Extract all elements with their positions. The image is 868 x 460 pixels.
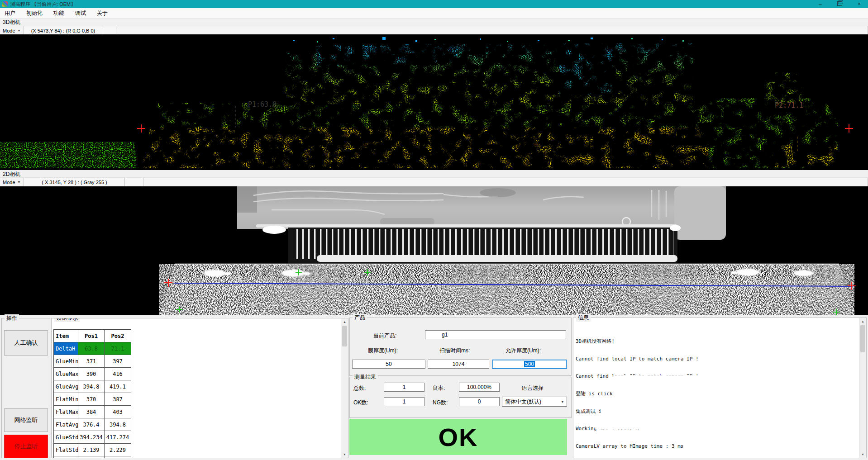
minimize-button[interactable]: – — [819, 1, 822, 7]
camera-2d-toolbar: Mode ▼ ( X 3145, Y 28 ) : ( Gray 255 ) — [0, 177, 868, 187]
pixel-readout-2d: ( X 3145, Y 28 ) : ( Gray 255 ) — [24, 178, 125, 186]
film-thickness-field[interactable]: 50 — [352, 360, 425, 369]
table-row[interactable]: GlueMin 371 397 — [54, 355, 131, 368]
p2-annotation: P2:71.1 — [775, 101, 803, 109]
table-header-row: Item Pos1 Pos2 — [54, 330, 131, 342]
table-row[interactable]: GlueMax 390 416 — [54, 368, 131, 380]
allowed-thickness-label: 允许厚度(Um): — [506, 347, 541, 355]
col-header-pos1: Pos1 — [78, 330, 105, 342]
result-status-box: OK — [349, 419, 567, 455]
ng-count-field[interactable]: 0 — [459, 397, 500, 406]
data-table: Item Pos1 Pos2 DeltaH 63.8 71.1 GlueMin … — [53, 329, 131, 458]
allowed-thickness-field[interactable]: 500 — [492, 360, 567, 369]
info-log[interactable]: 3D相机没有网络! Cannot find local IP to match … — [576, 327, 858, 456]
info-group-label: 信息 — [576, 314, 591, 322]
bright-strip — [317, 255, 677, 262]
table-row[interactable]: FlatAvg 376.4 394.8 — [54, 418, 131, 431]
restore-icon — [837, 1, 842, 6]
language-label: 语言选择 — [522, 384, 544, 392]
mode-2d-label: Mode — [3, 180, 15, 185]
mode-3d-label: Mode — [3, 28, 15, 33]
redaction-smudge — [609, 375, 704, 391]
data-table-scrollbar[interactable]: ▲ ▼ — [341, 318, 348, 458]
col-header-item: Item — [54, 330, 78, 342]
restore-button[interactable] — [837, 1, 842, 7]
language-select-value: 简体中文(默认) — [505, 398, 541, 406]
table-row-deltah[interactable]: DeltaH 63.8 71.1 — [54, 342, 131, 355]
chevron-down-icon: ▼ — [18, 29, 21, 32]
camera-3d-toolbar: Mode ▼ (X 5473,Y 84) : (R 0,G 0,B 0) — [0, 26, 868, 35]
status-cell-rest — [143, 178, 868, 186]
status-cell-empty — [102, 26, 116, 35]
yield-label: 良率: — [433, 384, 445, 392]
chevron-down-icon: ▼ — [561, 400, 567, 404]
window-title: 测高程序 【当前用户: OEM】 — [10, 1, 76, 8]
table-row[interactable]: FlatStd 2.139 2.229 — [54, 444, 131, 456]
yield-field[interactable]: 100.000% — [459, 383, 500, 392]
ok-count-label: OK数: — [353, 399, 368, 407]
film-thickness-label: 膜厚度(Um): — [368, 347, 398, 355]
table-row[interactable]: GlueAvg 394.8 419.1 — [54, 380, 131, 393]
scroll-down-icon[interactable]: ▼ — [341, 451, 348, 458]
scroll-up-icon[interactable]: ▲ — [859, 318, 866, 325]
current-product-field[interactable]: g1 — [425, 330, 566, 339]
title-bar: 测高程序 【当前用户: OEM】 – × — [0, 0, 868, 8]
result-status-text: OK — [439, 422, 478, 452]
menu-init[interactable]: 初始化 — [21, 9, 48, 18]
mode-3d-dropdown[interactable]: Mode ▼ — [0, 26, 24, 35]
scrollbar-thumb[interactable] — [860, 325, 865, 352]
col-header-pos2: Pos2 — [105, 330, 131, 342]
redaction-smudge — [594, 423, 644, 430]
scrollbar-thumb[interactable] — [342, 326, 347, 346]
network-listen-button[interactable]: 网络监听 — [4, 408, 48, 432]
table-row[interactable]: GlueStd 394.234 417.274 — [54, 431, 131, 444]
camera-2d-image[interactable] — [0, 186, 868, 315]
stop-listen-button[interactable]: 停止监听 — [4, 435, 48, 458]
camera-3d-image[interactable]: P1:63.8 P2:71.1 — [0, 34, 868, 170]
language-select[interactable]: 简体中文(默认) ▼ — [502, 397, 567, 407]
menu-debug[interactable]: 调试 — [70, 9, 91, 18]
bottom-panel: 操作 人工确认 网络监听 停止监听 数据显示 Item Pos1 Pos2 De… — [0, 315, 868, 460]
product-group-label: 产品 — [353, 314, 367, 322]
total-label: 总数: — [353, 384, 366, 392]
menu-about[interactable]: 关于 — [91, 9, 113, 18]
scan-time-field[interactable]: 1074 — [428, 360, 489, 369]
table-row[interactable]: FlatMax 384 403 — [54, 406, 131, 418]
ng-count-label: NG数: — [433, 399, 448, 407]
app-window: 测高程序 【当前用户: OEM】 – × 用户 初始化 功能 调试 关于 3D相… — [0, 0, 868, 460]
product-group: 产品 当前产品: g1 膜厚度(Um): 扫描时间ms: 允许厚度(Um): 5… — [349, 318, 572, 376]
menu-function[interactable]: 功能 — [48, 9, 70, 18]
current-product-label: 当前产品: — [373, 332, 396, 340]
info-log-scrollbar[interactable]: ▲ ▼ — [859, 318, 866, 458]
mode-2d-dropdown[interactable]: Mode ▼ — [0, 178, 24, 186]
table-row[interactable]: X 2583.5 7966.7 — [54, 456, 131, 458]
scan-time-label: 扫描时间ms: — [439, 347, 470, 355]
chevron-down-icon: ▼ — [18, 180, 21, 184]
menu-user[interactable]: 用户 — [4, 9, 21, 18]
status-cell-rest — [116, 26, 868, 35]
app-icon — [2, 1, 8, 7]
operation-group-label: 操作 — [5, 314, 19, 322]
current-product-value: g1 — [425, 332, 448, 338]
status-cell-empty — [125, 178, 143, 186]
table-row[interactable]: FlatMin 370 387 — [54, 393, 131, 406]
p1-annotation: P1:63.8 — [248, 100, 277, 109]
close-button[interactable]: × — [858, 1, 861, 7]
total-field[interactable]: 1 — [384, 383, 424, 392]
pixel-readout-3d: (X 5473,Y 84) : (R 0,G 0,B 0) — [24, 26, 102, 35]
redaction-smudge — [601, 407, 732, 422]
results-group-label: 测量结果 — [353, 373, 378, 381]
operation-group: 操作 人工确认 网络监听 停止监听 — [1, 318, 50, 458]
scroll-down-icon[interactable]: ▼ — [859, 451, 866, 458]
info-group: 信息 3D相机没有网络! Cannot find local IP to mat… — [573, 318, 867, 458]
data-display-label: 数据显示 — [54, 318, 80, 322]
scroll-up-icon[interactable]: ▲ — [341, 318, 348, 325]
menu-bar: 用户 初始化 功能 调试 关于 — [0, 8, 868, 19]
ok-count-field[interactable]: 1 — [384, 397, 424, 406]
camera-3d-label: 3D相机 — [3, 19, 20, 26]
data-display-group: 数据显示 Item Pos1 Pos2 DeltaH 63.8 71.1 Glu… — [51, 318, 348, 458]
manual-confirm-button[interactable]: 人工确认 — [4, 330, 48, 356]
results-group: 测量结果 总数: 1 良率: 100.000% 语言选择 OK数: 1 NG数:… — [349, 377, 572, 418]
selected-text: 500 — [524, 361, 535, 367]
